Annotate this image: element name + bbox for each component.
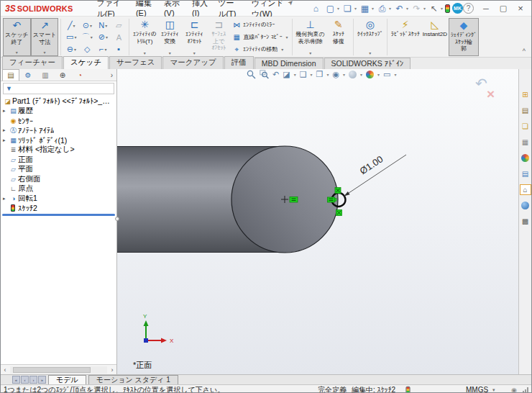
dropdown-icon[interactable]: ▾ <box>441 6 443 11</box>
previous-view-icon[interactable]: ↶ <box>272 70 279 79</box>
tree-item-sketch2[interactable]: ｽｹｯﾁ2 <box>1 204 116 214</box>
previous-tab-icon[interactable]: ‹ <box>21 376 29 384</box>
dropdown-icon[interactable]: ▾ <box>389 6 391 11</box>
propertymanager-tab[interactable]: ⚙ <box>19 69 37 81</box>
dropdown-icon[interactable]: ▾ <box>360 72 362 77</box>
dimxpertmanager-tab[interactable]: ⊕ <box>54 69 71 81</box>
scroll-left-icon[interactable]: ‹ <box>1 366 9 374</box>
tree-item-material[interactable]: ≣ 材料 <指定なし> <box>1 145 116 155</box>
help-icon[interactable]: ? <box>463 3 474 14</box>
first-tab-icon[interactable]: « <box>12 376 20 384</box>
dropdown-icon[interactable]: ▾ <box>294 72 296 77</box>
zoom-fit-icon[interactable] <box>247 70 256 79</box>
view-palette-icon[interactable]: ▦ <box>520 137 531 148</box>
coincident-relation-badge-top[interactable] <box>335 188 341 194</box>
smart-dimension-button[interactable]: ↗ スマート 寸法 ▾ <box>31 18 59 56</box>
next-tab-icon[interactable]: › <box>29 376 37 384</box>
tree-item-annotations[interactable]: ▸ Ⓐ ｱﾉﾃｰﾄ ｱｲﾃﾑ <box>1 126 116 136</box>
mirror-entities-button[interactable]: ⋈ ｴﾝﾃｨﾃｨのﾐﾗｰ <box>232 19 288 30</box>
display-style-icon[interactable]: ❒ <box>316 70 324 79</box>
ellipse-tool-button[interactable]: ⊘▾ <box>95 32 111 42</box>
tab-features[interactable]: フィーチャー <box>2 56 63 69</box>
apply-scene-icon[interactable] <box>366 71 374 78</box>
instant2d-button[interactable]: ◺ Instant2D <box>421 18 449 56</box>
tree-root-part1[interactable]: ◪ Part1 (ﾃﾞﾌｫﾙﾄ) <<ﾃﾞﾌｫﾙﾄ>_表示状態 <box>1 96 116 107</box>
scrollbar-track[interactable] <box>10 366 107 374</box>
spline-tool-button[interactable]: N▾ <box>95 21 111 30</box>
rapid-sketch-button[interactable]: ⚡ ﾗﾋﾟｯﾄﾞｽｹｯﾁ <box>390 18 421 56</box>
exit-sketch-button[interactable]: ↶ スケッチ 終了 ▾ <box>3 18 31 56</box>
save-button[interactable]: ▦ <box>359 4 371 14</box>
expand-icon[interactable]: ▸ <box>3 137 9 143</box>
scroll-right-icon[interactable]: › <box>108 366 116 374</box>
tree-item-history[interactable]: ▸ ▤ 履歴 <box>1 107 116 117</box>
scrollbar-thumb[interactable] <box>13 367 91 373</box>
fillet-tool-button[interactable]: ⌐▾ <box>95 45 111 53</box>
sketch-text-button[interactable]: A <box>111 33 127 42</box>
home-button[interactable]: ⌂ <box>310 4 322 14</box>
coincident-relation-badge-bottom[interactable] <box>336 210 342 216</box>
tree-item-right-plane[interactable]: ▱ 右側面 <box>1 174 116 184</box>
polygon-tool-button[interactable]: ◇ <box>79 45 95 54</box>
undo-button[interactable]: ↶ <box>393 4 405 14</box>
view-settings-icon[interactable]: ▭ <box>383 70 390 79</box>
expand-icon[interactable]: ▸ <box>3 196 9 202</box>
equal-relation-badge-left[interactable] <box>328 197 335 202</box>
dropdown-icon[interactable]: ▾ <box>311 72 313 77</box>
tab-mbd-dimension[interactable]: MBD Dimension <box>254 58 324 69</box>
tab-solidworks-addins[interactable]: SOLIDWORKS ｱﾄﾞｲﾝ <box>324 58 411 69</box>
3d-content-central-icon[interactable] <box>520 200 531 211</box>
motion-study-tab[interactable]: モーション スタディ 1 <box>88 375 178 384</box>
solidworks-resources-icon[interactable]: ⊞ <box>520 89 531 100</box>
dropdown-icon[interactable]: ▾ <box>372 6 374 11</box>
close-button[interactable]: × <box>513 2 528 15</box>
equal-relation-badge[interactable] <box>290 197 298 203</box>
rollback-bar[interactable] <box>2 214 115 216</box>
tab-evaluate[interactable]: 評価 <box>224 56 254 69</box>
tree-item-revolve1[interactable]: ▸ ◑ 回転1 <box>1 194 116 204</box>
print-button[interactable]: ⎙ <box>376 4 388 14</box>
point-tool-button[interactable]: ▪ <box>111 45 127 53</box>
rebuild-traffic-light-icon[interactable] <box>445 4 450 13</box>
dropdown-icon[interactable]: ▾ <box>377 72 380 77</box>
line-tool-button[interactable]: ╱▾ <box>63 21 79 30</box>
display-delete-relations-button[interactable]: ⊥ 幾何拘束の 表示/削除 ▾ <box>295 18 326 56</box>
file-explorer-icon[interactable]: ❏ <box>520 121 531 132</box>
offset-entities-button[interactable]: ⊏ ｴﾝﾃｨﾃｨ ｵﾌｾｯﾄ ▾ <box>182 18 206 56</box>
quick-snaps-button[interactable]: ◎ ｸｲｯｸｽﾅｯﾌﾟ ▾ <box>356 18 385 56</box>
tab-sketch[interactable]: スケッチ <box>63 56 109 69</box>
select-button[interactable]: ↖ <box>428 4 440 14</box>
appearances-scenes-icon[interactable] <box>520 153 531 163</box>
cancel-sketch-icon[interactable]: × <box>487 86 495 102</box>
repair-sketch-button[interactable]: ✎ ｽｹｯﾁ 修復 <box>326 18 351 56</box>
plm-services-icon[interactable]: ▩ <box>520 216 531 227</box>
new-document-button[interactable]: ▢ <box>324 4 336 14</box>
view-orientation-icon[interactable]: ❑ <box>300 70 307 79</box>
expand-icon[interactable]: ▸ <box>3 127 9 133</box>
dropdown-icon[interactable]: ▾ <box>337 6 339 11</box>
custom-properties-icon[interactable]: ▤ <box>520 168 531 179</box>
tree-item-sensors[interactable]: ◉ ｾﾝｻｰ <box>1 116 116 126</box>
design-library-icon[interactable]: ▤ <box>520 105 531 116</box>
featuremanager-tab[interactable]: ▤ <box>2 69 19 81</box>
trim-entities-button[interactable]: ✳ ｴﾝﾃｨﾃｨの ﾄﾘﾑ(T) ▾ <box>132 18 157 56</box>
tree-item-origin[interactable]: ∟ 原点 <box>1 184 116 194</box>
tree-filter-box[interactable]: ▼ <box>3 83 114 94</box>
dropdown-icon[interactable]: ▾ <box>394 72 396 77</box>
tree-item-top-plane[interactable]: ▱ 平面 <box>1 165 116 175</box>
zoom-to-area-icon[interactable] <box>260 70 269 79</box>
tree-horizontal-scrollbar[interactable]: ‹ › <box>1 364 116 374</box>
section-view-icon[interactable]: ◪ <box>283 70 290 79</box>
tree-item-solid-bodies[interactable]: ▸ ▦ ｿﾘｯﾄﾞ ﾎﾞﾃﾞｨ(1) <box>1 135 116 145</box>
surface-offset-button[interactable]: ⊐ ｻｰﾌｪｽ 上で ｵﾌｾｯﾄ <box>206 18 231 56</box>
linear-pattern-button[interactable]: ▦ 直線ﾊﾟﾀｰﾝ ｺﾋﾟｰ ▾ <box>232 32 288 42</box>
model-tab[interactable]: モデル <box>48 375 86 384</box>
unit-system-label[interactable]: MMGS <box>466 385 488 393</box>
unit-system-dropdown-icon[interactable]: ▾ <box>492 385 495 393</box>
move-entities-button[interactable]: ⌖ ｴﾝﾃｨﾃｨの移動 ▾ <box>232 44 288 55</box>
ribbon-collapse-icon[interactable]: ^ <box>523 48 530 56</box>
sketch-plane-button[interactable]: ▱ <box>111 21 127 30</box>
tab-markup[interactable]: マークアップ <box>162 56 223 69</box>
home-tab-icon[interactable]: ⌂ <box>520 184 531 195</box>
model-view[interactable]: Ø1.00 Y X <box>117 69 518 374</box>
